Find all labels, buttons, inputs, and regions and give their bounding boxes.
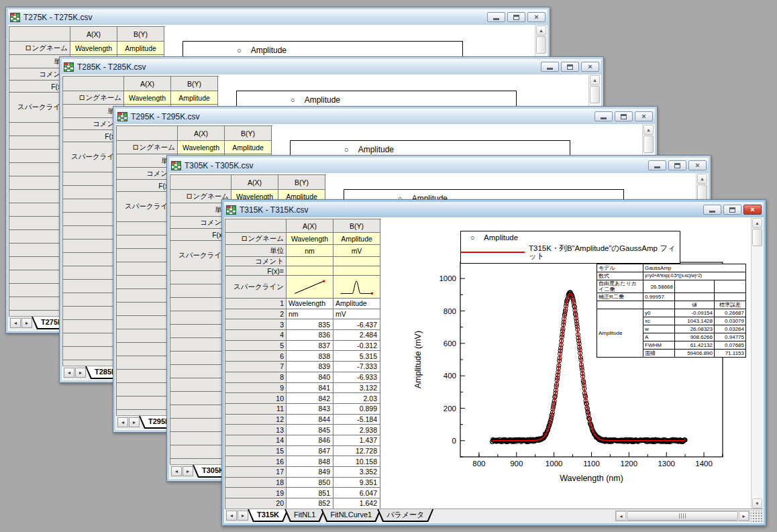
scroll-up-icon[interactable]: ▴ <box>536 25 546 36</box>
minimize-button[interactable] <box>703 205 721 215</box>
table-row[interactable]: 7839-7.333 <box>225 362 381 372</box>
scroll-up-icon[interactable]: ▴ <box>590 75 600 85</box>
cell-units-a[interactable]: nm <box>287 245 333 257</box>
row-label-sparklines[interactable]: スパークライン <box>225 276 287 299</box>
row-label-fx[interactable]: F(x)= <box>225 266 287 276</box>
table-row[interactable]: 208521.642 <box>225 498 381 509</box>
corner-header-cell[interactable] <box>225 219 287 233</box>
table-row[interactable]: 48362.484 <box>225 330 381 341</box>
cell-longname-a[interactable]: Wavelength <box>178 141 225 154</box>
column-header-b[interactable]: B(Y) <box>278 175 325 190</box>
sheet-tab-パラメータ[interactable]: パラメータ <box>377 509 433 522</box>
column-header-a[interactable]: A(X) <box>231 175 278 190</box>
table-row[interactable]: 2nmmV <box>225 309 381 320</box>
tab-scroll-left-icon[interactable]: ◂ <box>171 466 182 476</box>
row-label-longname[interactable]: ロングネーム <box>117 141 178 154</box>
column-header-b[interactable]: B(Y) <box>225 126 272 141</box>
scroll-down-icon[interactable]: ▾ <box>752 498 762 509</box>
sheet-tab-t315k[interactable]: T315K <box>248 509 289 522</box>
close-button[interactable]: × <box>743 205 762 215</box>
tab-scroll-right-icon[interactable]: ▸ <box>183 466 193 476</box>
scroll-up-icon[interactable]: ▴ <box>752 218 762 228</box>
column-header-b[interactable]: B(Y) <box>333 219 380 233</box>
column-header-b[interactable]: B(Y) <box>171 76 218 91</box>
row-label-comments[interactable]: コメント <box>225 257 287 266</box>
tab-scroll-left-icon[interactable]: ◂ <box>10 318 21 328</box>
table-row[interactable]: 198516.047 <box>225 488 381 498</box>
tab-scroll-left-icon[interactable]: ◂ <box>117 417 128 427</box>
column-header-b[interactable]: B(Y) <box>117 27 164 42</box>
tab-scroll-right-icon[interactable]: ▸ <box>129 417 140 427</box>
table-row[interactable]: 98413.132 <box>225 383 381 394</box>
sparkline-amplitude[interactable] <box>333 276 380 299</box>
column-header-a[interactable]: A(X) <box>287 219 333 233</box>
cell-longname-a[interactable]: Wavelength <box>287 233 333 245</box>
minimize-button[interactable] <box>648 160 666 170</box>
vscroll-thumb[interactable] <box>536 36 546 54</box>
tab-scroll-left-icon[interactable]: ◂ <box>64 368 74 378</box>
scroll-left-icon[interactable]: ◂ <box>616 511 626 521</box>
restore-button[interactable] <box>615 111 633 121</box>
close-button[interactable]: × <box>581 62 599 72</box>
cell-longname-b[interactable]: Amplitude <box>333 233 380 245</box>
corner-header-cell[interactable] <box>170 175 231 190</box>
table-row[interactable]: 178493.352 <box>225 467 381 478</box>
table-row[interactable]: 1684810.158 <box>225 456 381 467</box>
scroll-up-icon[interactable]: ▴ <box>643 125 654 135</box>
sheet-tab-fitnlcurve1[interactable]: FitNLCurve1 <box>321 509 381 522</box>
window-titlebar[interactable]: T305K - T305K.csv × <box>169 158 709 173</box>
window-titlebar[interactable]: T315K - T315K.csv × <box>224 202 764 217</box>
vscroll-thumb[interactable] <box>752 229 762 246</box>
cell-longname-a[interactable]: Wavelength <box>124 91 171 105</box>
close-button[interactable]: × <box>527 12 546 22</box>
table-row[interactable]: 138452.938 <box>225 425 381 435</box>
table-row[interactable]: 8840-6.933 <box>225 372 381 383</box>
scroll-up-icon[interactable]: ▴ <box>697 174 707 184</box>
window-titlebar[interactable]: T295K - T295K.csv × <box>115 109 655 124</box>
close-button[interactable]: × <box>688 160 707 170</box>
fit-parameter-table[interactable]: モデル GaussAmp 数式 y=y0+A*exp(-0.5*((x-xc)/… <box>597 264 746 358</box>
minimize-button[interactable] <box>594 111 613 121</box>
restore-button[interactable] <box>561 62 579 72</box>
table-row[interactable]: 5837-0.312 <box>225 341 381 352</box>
column-header-a[interactable]: A(X) <box>178 126 225 141</box>
cell-units-b[interactable]: mV <box>333 245 380 257</box>
corner-header-cell[interactable] <box>63 76 124 91</box>
close-button[interactable]: × <box>635 111 653 121</box>
tab-scroll-right-icon[interactable]: ▸ <box>75 368 86 378</box>
cell-longname-b[interactable]: Amplitude <box>171 91 218 105</box>
restore-button[interactable] <box>668 160 686 170</box>
table-row[interactable]: 12844-5.184 <box>225 415 381 425</box>
tab-scroll-right-icon[interactable]: ▸ <box>21 318 32 328</box>
table-row[interactable]: 118430.899 <box>225 404 381 415</box>
cell-longname-b[interactable]: Amplitude <box>225 141 272 154</box>
table-row[interactable]: 3835-6.437 <box>225 319 381 330</box>
scroll-right-icon[interactable]: ▸ <box>739 511 749 521</box>
row-label-longname[interactable]: ロングネーム <box>63 91 124 105</box>
vertical-scrollbar[interactable]: ▴ ▾ <box>751 217 763 509</box>
tab-scroll-left-icon[interactable]: ◂ <box>226 511 237 521</box>
cell-longname-a[interactable]: Wavelength <box>70 42 117 55</box>
window-titlebar[interactable]: T285K - T285K.csv × <box>62 59 601 74</box>
tab-scroll-right-icon[interactable]: ▸ <box>238 511 248 521</box>
row-label-units[interactable]: 単位 <box>225 245 287 257</box>
table-row[interactable]: 188509.351 <box>225 478 381 488</box>
table-row[interactable]: 148461.437 <box>225 435 381 446</box>
sheet-tab-fitnl1[interactable]: FitNL1 <box>284 509 325 522</box>
resize-grip[interactable] <box>751 511 763 523</box>
vscroll-thumb[interactable] <box>643 136 654 153</box>
column-header-a[interactable]: A(X) <box>70 27 117 42</box>
graph-panel[interactable]: 8009001000110012001300140002004006008001… <box>398 222 752 507</box>
corner-header-cell[interactable] <box>117 126 178 141</box>
sparkline-wavelength[interactable] <box>287 276 333 299</box>
column-header-a[interactable]: A(X) <box>124 76 171 91</box>
restore-button[interactable] <box>507 12 525 22</box>
row-label-longname[interactable]: ロングネーム <box>225 233 287 245</box>
horizontal-scrollbar[interactable]: ◂ ▸ <box>615 511 749 521</box>
table-row[interactable]: 108422.03 <box>225 393 381 404</box>
hscroll-thumb[interactable] <box>627 511 738 521</box>
minimize-button[interactable] <box>541 62 559 72</box>
vscroll-thumb[interactable] <box>590 86 600 103</box>
window-titlebar[interactable]: T275K - T275K.csv × <box>8 9 548 25</box>
corner-header-cell[interactable] <box>9 27 70 42</box>
